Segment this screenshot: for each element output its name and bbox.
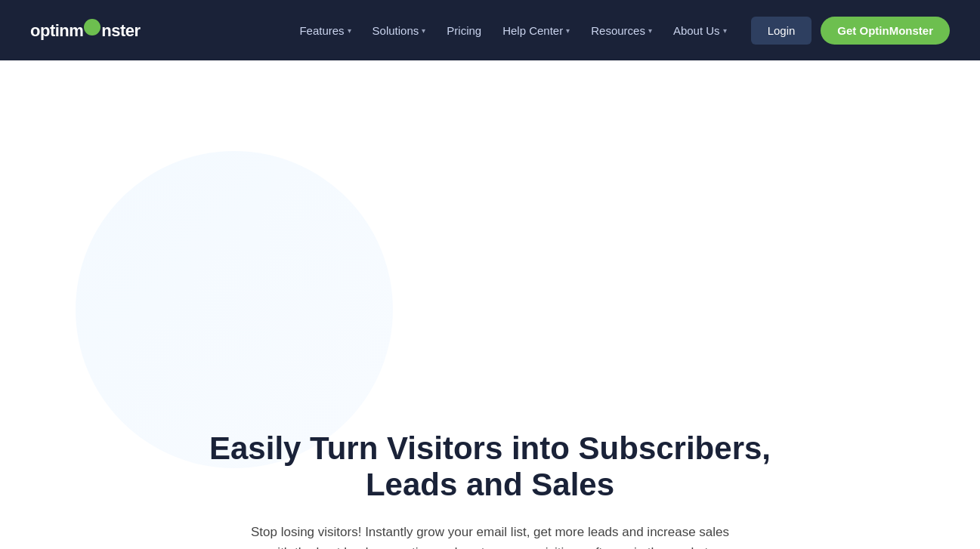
nav-item-help[interactable]: Help Center ▾	[493, 18, 579, 43]
navbar: optinmnster Features ▾ Solutions ▾ Prici…	[0, 0, 980, 60]
chevron-down-icon: ▾	[723, 26, 727, 35]
nav-item-pricing[interactable]: Pricing	[437, 18, 490, 43]
hero-subtitle: Stop losing visitors! Instantly grow you…	[241, 522, 740, 549]
chevron-down-icon: ▾	[348, 26, 351, 35]
get-optinmonster-nav-button[interactable]: Get OptinMonster	[821, 17, 950, 45]
nav-link-resources[interactable]: Resources ▾	[582, 18, 661, 43]
nav-link-about[interactable]: About Us ▾	[664, 18, 736, 43]
hero-title: Easily Turn Visitors into Subscribers, L…	[165, 430, 815, 504]
nav-item-about[interactable]: About Us ▾	[664, 18, 736, 43]
nav-item-solutions[interactable]: Solutions ▾	[363, 18, 435, 43]
nav-link-features[interactable]: Features ▾	[290, 18, 360, 43]
logo-text: optinmnster	[30, 20, 141, 41]
chevron-down-icon: ▾	[648, 26, 652, 35]
nav-item-features[interactable]: Features ▾	[290, 18, 360, 43]
nav-links: Features ▾ Solutions ▾ Pricing Help Cent…	[290, 18, 735, 43]
nav-link-pricing[interactable]: Pricing	[437, 18, 490, 43]
nav-actions: Login Get OptinMonster	[751, 17, 950, 45]
hero-section: Easily Turn Visitors into Subscribers, L…	[0, 60, 980, 549]
nav-item-resources[interactable]: Resources ▾	[582, 18, 661, 43]
logo-icon	[84, 19, 100, 35]
chevron-down-icon: ▾	[566, 26, 570, 35]
nav-link-solutions[interactable]: Solutions ▾	[363, 18, 435, 43]
logo[interactable]: optinmnster	[30, 20, 141, 41]
bg-decoration	[76, 151, 393, 468]
login-button[interactable]: Login	[751, 17, 812, 45]
nav-link-help[interactable]: Help Center ▾	[493, 18, 579, 43]
chevron-down-icon: ▾	[422, 26, 425, 35]
